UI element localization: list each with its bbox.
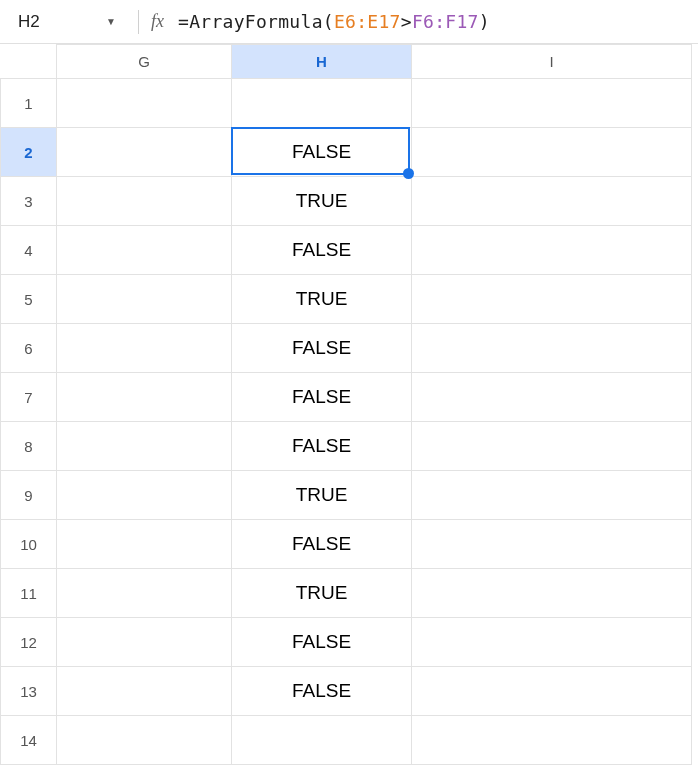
cell-H8[interactable]: FALSE (232, 422, 412, 471)
row-header-4[interactable]: 4 (1, 226, 57, 275)
spreadsheet-grid[interactable]: G H I 12FALSE3TRUE4FALSE5TRUE6FALSE7FALS… (0, 44, 698, 765)
formula-paren-open: ( (323, 11, 334, 32)
column-header-g[interactable]: G (57, 45, 232, 79)
cell-H9[interactable]: TRUE (232, 471, 412, 520)
select-all-corner[interactable] (1, 45, 57, 79)
cell-H14[interactable] (232, 716, 412, 765)
cell-G10[interactable] (57, 520, 232, 569)
cell-H7[interactable]: FALSE (232, 373, 412, 422)
row-header-14[interactable]: 14 (1, 716, 57, 765)
cell-G11[interactable] (57, 569, 232, 618)
cell-G12[interactable] (57, 618, 232, 667)
cell-G7[interactable] (57, 373, 232, 422)
cell-H5[interactable]: TRUE (232, 275, 412, 324)
cell-I8[interactable] (412, 422, 692, 471)
cell-I12[interactable] (412, 618, 692, 667)
cell-H13[interactable]: FALSE (232, 667, 412, 716)
row-header-5[interactable]: 5 (1, 275, 57, 324)
cell-I3[interactable] (412, 177, 692, 226)
cell-H12[interactable]: FALSE (232, 618, 412, 667)
cell-I11[interactable] (412, 569, 692, 618)
cell-H11[interactable]: TRUE (232, 569, 412, 618)
fx-icon[interactable]: fx (151, 11, 164, 32)
cell-I6[interactable] (412, 324, 692, 373)
formula-paren-close: ) (479, 11, 490, 32)
row-header-7[interactable]: 7 (1, 373, 57, 422)
formula-bar: H2 ▼ fx =ArrayFormula(E6:E17>F6:F17) (0, 0, 698, 44)
cell-I13[interactable] (412, 667, 692, 716)
cell-I9[interactable] (412, 471, 692, 520)
separator (138, 10, 139, 34)
cell-G3[interactable] (57, 177, 232, 226)
cell-H3[interactable]: TRUE (232, 177, 412, 226)
row-header-13[interactable]: 13 (1, 667, 57, 716)
cell-I10[interactable] (412, 520, 692, 569)
cell-I7[interactable] (412, 373, 692, 422)
formula-operator: > (401, 11, 412, 32)
formula-range1: E6:E17 (334, 11, 401, 32)
row-header-3[interactable]: 3 (1, 177, 57, 226)
formula-equals: = (178, 11, 189, 32)
cell-G6[interactable] (57, 324, 232, 373)
cell-I1[interactable] (412, 79, 692, 128)
row-header-9[interactable]: 9 (1, 471, 57, 520)
cell-I5[interactable] (412, 275, 692, 324)
cell-G14[interactable] (57, 716, 232, 765)
column-header-h[interactable]: H (232, 45, 412, 79)
cell-H4[interactable]: FALSE (232, 226, 412, 275)
chevron-down-icon[interactable]: ▼ (106, 16, 116, 27)
cell-I14[interactable] (412, 716, 692, 765)
formula-input[interactable]: =ArrayFormula(E6:E17>F6:F17) (178, 11, 490, 32)
cell-G5[interactable] (57, 275, 232, 324)
formula-range2: F6:F17 (412, 11, 479, 32)
cell-G8[interactable] (57, 422, 232, 471)
cell-I2[interactable] (412, 128, 692, 177)
row-header-1[interactable]: 1 (1, 79, 57, 128)
cell-G2[interactable] (57, 128, 232, 177)
cell-H6[interactable]: FALSE (232, 324, 412, 373)
cell-reference-box[interactable]: H2 ▼ (6, 7, 126, 37)
cell-I4[interactable] (412, 226, 692, 275)
cell-G4[interactable] (57, 226, 232, 275)
cell-G1[interactable] (57, 79, 232, 128)
column-header-i[interactable]: I (412, 45, 692, 79)
formula-function: ArrayFormula (189, 11, 323, 32)
cell-H10[interactable]: FALSE (232, 520, 412, 569)
cell-reference-text: H2 (18, 12, 40, 32)
row-header-2[interactable]: 2 (1, 128, 57, 177)
cell-G13[interactable] (57, 667, 232, 716)
row-header-12[interactable]: 12 (1, 618, 57, 667)
row-header-8[interactable]: 8 (1, 422, 57, 471)
cell-G9[interactable] (57, 471, 232, 520)
row-header-11[interactable]: 11 (1, 569, 57, 618)
row-header-10[interactable]: 10 (1, 520, 57, 569)
cell-H1[interactable] (232, 79, 412, 128)
row-header-6[interactable]: 6 (1, 324, 57, 373)
cell-H2[interactable]: FALSE (232, 128, 412, 177)
